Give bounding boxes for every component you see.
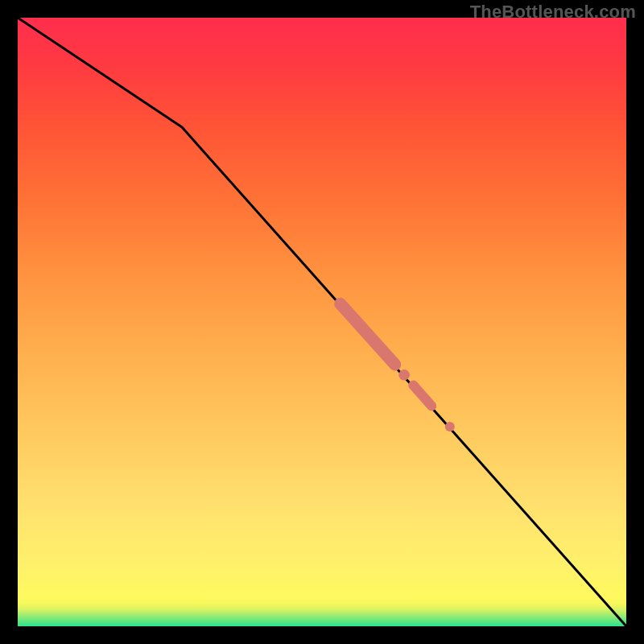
svg-line-2 — [413, 386, 431, 407]
plot-area — [18, 18, 626, 626]
svg-line-0 — [341, 303, 395, 365]
curve-line — [18, 18, 626, 626]
svg-point-1 — [398, 369, 410, 381]
svg-point-3 — [445, 422, 455, 431]
curve-markers — [341, 303, 455, 431]
chart-frame: TheBottleneck.com — [0, 0, 644, 644]
chart-svg — [18, 18, 626, 626]
